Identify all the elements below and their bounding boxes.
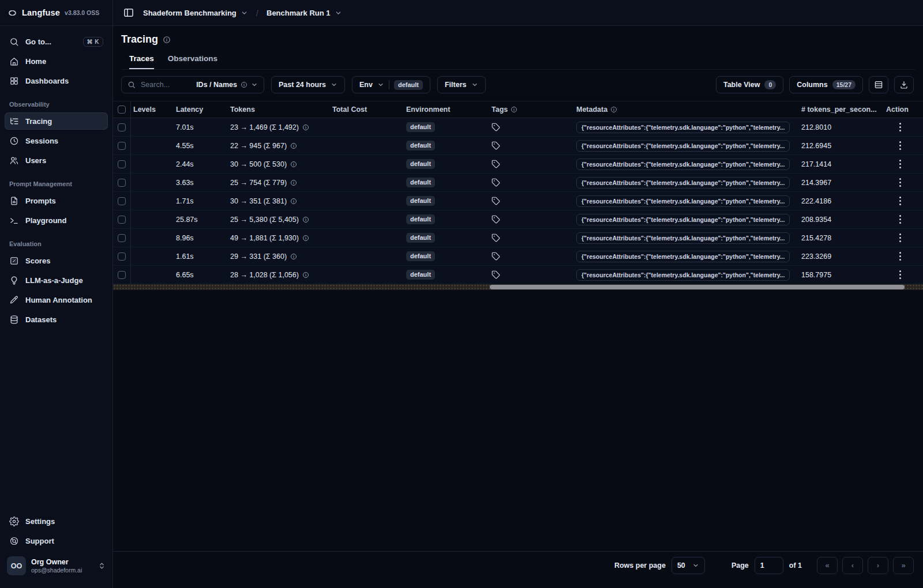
sidebar-toggle-button[interactable] [120, 4, 137, 21]
kebab-menu-icon[interactable] [896, 232, 905, 244]
filters-button[interactable]: Filters [437, 76, 486, 93]
tag-icon[interactable] [491, 270, 500, 279]
scrollbar-thumb[interactable] [490, 285, 905, 289]
header-environment[interactable]: Environment [393, 101, 480, 118]
row-checkbox[interactable] [118, 234, 126, 242]
time-range-button[interactable]: Past 24 hours [271, 76, 345, 93]
table-row[interactable]: 4.55s22 → 945 (Σ 967)default{"resourceAt… [113, 137, 923, 155]
metadata-value[interactable]: {"resourceAttributes":{"telemetry.sdk.la… [576, 251, 790, 262]
kebab-menu-icon[interactable] [896, 250, 905, 262]
header-metadata[interactable]: Metadata [571, 101, 798, 118]
kebab-menu-icon[interactable] [896, 176, 905, 189]
tag-icon[interactable] [491, 215, 500, 224]
sidebar-item-dashboards[interactable]: Dashboards [5, 72, 108, 89]
horizontal-scrollbar[interactable] [113, 284, 923, 290]
sidebar-item-users[interactable]: Users [5, 152, 108, 169]
header-tokens-per-second[interactable]: # tokens_per_secon... [798, 101, 883, 118]
sidebar-item-tracing[interactable]: Tracing [5, 112, 108, 130]
kebab-menu-icon[interactable] [896, 158, 905, 170]
info-icon[interactable] [290, 179, 297, 186]
last-page-button[interactable]: » [893, 557, 914, 574]
sidebar-item-settings[interactable]: Settings [5, 512, 108, 530]
header-total-cost[interactable]: Total Cost [323, 101, 393, 118]
sidebar-item-llm-as-a-judge[interactable]: LLM-as-a-Judge [5, 272, 108, 289]
kebab-menu-icon[interactable] [896, 140, 905, 152]
metadata-value[interactable]: {"resourceAttributes":{"telemetry.sdk.la… [576, 122, 790, 133]
next-page-button[interactable]: › [868, 557, 888, 574]
kebab-menu-icon[interactable] [896, 195, 905, 207]
sidebar-item-datasets[interactable]: Datasets [5, 311, 108, 328]
metadata-value[interactable]: {"resourceAttributes":{"telemetry.sdk.la… [576, 195, 790, 207]
env-filter-button[interactable]: Env default [352, 76, 430, 93]
kebab-menu-icon[interactable] [896, 213, 905, 225]
sidebar-item-prompts[interactable]: Prompts [5, 192, 108, 209]
info-icon[interactable] [290, 142, 297, 149]
page-number-input[interactable] [755, 557, 783, 574]
header-tokens[interactable]: Tokens [228, 101, 323, 118]
sidebar-item-home[interactable]: Home [5, 52, 108, 70]
header-tags[interactable]: Tags [480, 101, 571, 118]
info-icon[interactable] [290, 161, 297, 168]
search-box[interactable]: IDs / Names [121, 76, 264, 93]
table-row[interactable]: 1.61s29 → 331 (Σ 360)default{"resourceAt… [113, 247, 923, 266]
select-all-checkbox[interactable] [118, 105, 126, 114]
row-checkbox[interactable] [118, 252, 126, 261]
sidebar-item-human-annotation[interactable]: Human Annotation [5, 291, 108, 308]
info-icon[interactable] [163, 36, 171, 44]
tab-traces[interactable]: Traces [129, 54, 154, 69]
table-row[interactable]: 3.63s25 → 754 (Σ 779)default{"resourceAt… [113, 174, 923, 192]
tag-icon[interactable] [491, 160, 500, 168]
metadata-value[interactable]: {"resourceAttributes":{"telemetry.sdk.la… [576, 159, 790, 170]
metadata-value[interactable]: {"resourceAttributes":{"telemetry.sdk.la… [576, 177, 790, 189]
kebab-menu-icon[interactable] [896, 269, 905, 281]
tag-icon[interactable] [491, 123, 500, 131]
row-checkbox[interactable] [118, 179, 126, 187]
info-icon[interactable] [302, 235, 309, 242]
row-checkbox[interactable] [118, 160, 126, 168]
tag-icon[interactable] [491, 141, 500, 150]
user-menu[interactable]: OO Org Owner ops@shadeform.ai [5, 553, 108, 579]
kebab-menu-icon[interactable] [896, 121, 905, 133]
breadcrumb-org[interactable]: Shadeform Benchmarking [143, 9, 248, 17]
search-input[interactable] [140, 80, 186, 89]
table-row[interactable]: 1.71s30 → 351 (Σ 381)default{"resourceAt… [113, 192, 923, 210]
tag-icon[interactable] [491, 233, 500, 242]
search-scope-selector[interactable]: IDs / Names [196, 81, 258, 89]
metadata-value[interactable]: {"resourceAttributes":{"telemetry.sdk.la… [576, 232, 790, 244]
sidebar-item-playground[interactable]: Playground [5, 212, 108, 229]
sidebar-item-scores[interactable]: Scores [5, 252, 108, 269]
export-button[interactable] [894, 76, 914, 93]
goto-search[interactable]: Go to... ⌘ K [5, 33, 108, 50]
row-checkbox[interactable] [118, 216, 126, 224]
row-checkbox[interactable] [118, 197, 126, 205]
metadata-value[interactable]: {"resourceAttributes":{"telemetry.sdk.la… [576, 140, 790, 152]
first-page-button[interactable]: « [817, 557, 838, 574]
tab-observations[interactable]: Observations [168, 54, 217, 69]
metadata-value[interactable]: {"resourceAttributes":{"telemetry.sdk.la… [576, 269, 790, 281]
header-latency[interactable]: Latency [174, 101, 228, 118]
previous-page-button[interactable]: ‹ [842, 557, 863, 574]
tag-icon[interactable] [491, 197, 500, 205]
rows-per-page-select[interactable]: 50 [671, 557, 705, 574]
info-icon[interactable] [302, 272, 309, 278]
columns-button[interactable]: Columns 15/27 [789, 76, 863, 93]
table-view-button[interactable]: Table View 0 [716, 76, 783, 93]
table-row[interactable]: 25.87s25 → 5,380 (Σ 5,405)default{"resou… [113, 210, 923, 229]
metadata-value[interactable]: {"resourceAttributes":{"telemetry.sdk.la… [576, 214, 790, 225]
table-row[interactable]: 7.01s23 → 1,469 (Σ 1,492)default{"resour… [113, 118, 923, 137]
tag-icon[interactable] [491, 252, 500, 261]
sidebar-item-sessions[interactable]: Sessions [5, 132, 108, 149]
row-height-button[interactable] [869, 76, 888, 93]
tag-icon[interactable] [491, 178, 500, 187]
sidebar-item-support[interactable]: Support [5, 532, 108, 549]
row-checkbox[interactable] [118, 142, 126, 150]
row-checkbox[interactable] [118, 271, 126, 279]
table-row[interactable]: 8.96s49 → 1,881 (Σ 1,930)default{"resour… [113, 229, 923, 247]
table-row[interactable]: 6.65s28 → 1,028 (Σ 1,056)default{"resour… [113, 266, 923, 284]
info-icon[interactable] [290, 198, 297, 205]
info-icon[interactable] [302, 216, 309, 223]
info-icon[interactable] [290, 253, 297, 260]
header-levels[interactable]: Levels [131, 101, 174, 118]
info-icon[interactable] [302, 124, 309, 131]
breadcrumb-project[interactable]: Benchmark Run 1 [267, 9, 342, 17]
